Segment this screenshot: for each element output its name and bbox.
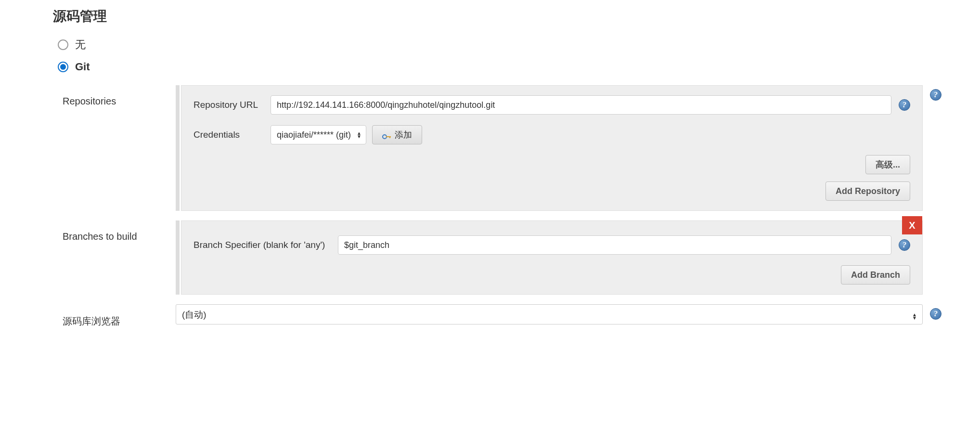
credentials-label: Credentials xyxy=(193,129,271,140)
credentials-select-wrapper: qiaojiafei/****** (git) ▲▼ xyxy=(271,125,366,144)
block-divider[interactable] xyxy=(176,220,180,295)
scm-option-git-label: Git xyxy=(75,61,90,73)
branch-specifier-row: Branch Specifier (blank for 'any') ? xyxy=(193,235,910,255)
git-config-area: Repositories Repository URL ? Credential… xyxy=(63,85,941,328)
credentials-select[interactable]: qiaojiafei/****** (git) xyxy=(271,125,366,144)
add-repo-button-row: Add Repository xyxy=(193,181,910,201)
help-icon[interactable]: ? xyxy=(930,308,941,320)
repo-browser-select[interactable]: (自动) xyxy=(176,304,923,324)
add-branch-button[interactable]: Add Branch xyxy=(841,265,910,285)
svg-rect-2 xyxy=(389,136,390,138)
add-branch-button-row: Add Branch xyxy=(193,265,910,285)
help-icon[interactable]: ? xyxy=(899,99,910,111)
branches-label: Branches to build xyxy=(63,220,176,295)
branches-content: X Branch Specifier (blank for 'any') ? A… xyxy=(181,220,923,295)
advanced-button-row: 高级... xyxy=(193,155,910,174)
repositories-block: Repositories Repository URL ? Credential… xyxy=(63,85,941,211)
add-credentials-button[interactable]: 添加 xyxy=(372,125,422,144)
branch-specifier-label: Branch Specifier (blank for 'any') xyxy=(193,240,338,250)
repo-browser-label: 源码库浏览器 xyxy=(63,304,176,328)
branches-block: Branches to build X Branch Specifier (bl… xyxy=(63,220,941,295)
scm-option-none-label: 无 xyxy=(75,38,86,52)
scm-option-none[interactable]: 无 xyxy=(58,38,941,52)
repo-url-row: Repository URL ? xyxy=(193,95,910,115)
branch-specifier-input[interactable] xyxy=(338,235,891,255)
scm-section-title: 源码管理 xyxy=(53,7,941,26)
scm-radio-group: 无 Git xyxy=(58,38,941,73)
help-icon[interactable]: ? xyxy=(930,89,941,101)
repositories-label: Repositories xyxy=(63,85,176,211)
repositories-content: Repository URL ? Credentials qiaojiafei/… xyxy=(181,85,923,211)
key-icon xyxy=(382,132,392,138)
svg-point-0 xyxy=(383,135,387,139)
add-credentials-label: 添加 xyxy=(395,129,412,141)
repo-url-label: Repository URL xyxy=(193,100,271,110)
add-repository-button[interactable]: Add Repository xyxy=(825,181,910,201)
repo-url-input[interactable] xyxy=(271,95,891,115)
repo-browser-row: 源码库浏览器 (自动) ▲▼ ? xyxy=(63,304,941,328)
radio-icon-selected xyxy=(58,62,68,72)
delete-branch-button[interactable]: X xyxy=(902,216,922,234)
advanced-button[interactable]: 高级... xyxy=(865,155,910,174)
radio-icon-unselected xyxy=(58,39,68,50)
block-divider[interactable] xyxy=(176,85,180,211)
credentials-row: Credentials qiaojiafei/****** (git) ▲▼ xyxy=(193,125,910,144)
repo-browser-select-wrapper: (自动) ▲▼ xyxy=(176,304,923,328)
help-icon[interactable]: ? xyxy=(899,239,910,251)
scm-option-git[interactable]: Git xyxy=(58,61,941,73)
